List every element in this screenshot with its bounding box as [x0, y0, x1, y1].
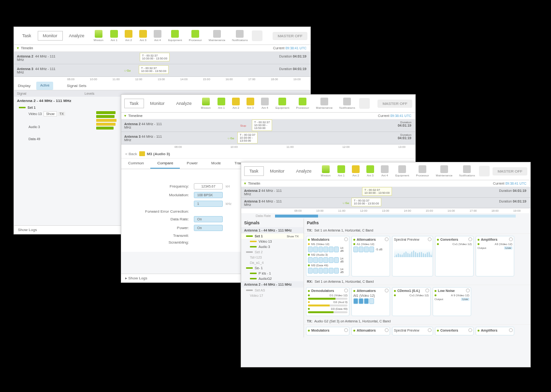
- maintenance-icon-3[interactable]: Maintenance: [433, 164, 455, 178]
- gear-icon-3[interactable]: [428, 237, 432, 241]
- spectral-panel: Spectral Preview: [392, 236, 433, 276]
- video17[interactable]: Video 17: [241, 293, 304, 298]
- notifications-icon-2[interactable]: Notifications: [336, 97, 358, 110]
- ant3-icon[interactable]: Ant 3: [136, 29, 150, 43]
- ant2-icon[interactable]: Ant 2: [122, 29, 135, 43]
- ant4-icon-2[interactable]: Ant 4: [258, 97, 272, 110]
- setas[interactable]: Set AS: [241, 288, 304, 293]
- master-off-3[interactable]: MASTER OFF: [493, 167, 527, 175]
- slot-row-3[interactable]: 14 dB: [308, 268, 348, 274]
- gear-icon-7[interactable]: [385, 289, 389, 292]
- data49-row[interactable]: Data 49: [14, 136, 96, 142]
- monitor-tab[interactable]: Monitor: [38, 31, 63, 41]
- task-tab-3[interactable]: Task: [244, 166, 264, 176]
- ant4-icon[interactable]: Ant 4: [151, 29, 164, 43]
- duration-info-2: Duration 04:01:19: [279, 67, 306, 71]
- mission-icon-2[interactable]: Mission: [198, 97, 214, 110]
- notifications-icon-3[interactable]: Notifications: [456, 164, 478, 178]
- tst123[interactable]: Tst=123: [241, 255, 304, 260]
- audio3-row[interactable]: Audio 3: [14, 124, 96, 130]
- master-off-2[interactable]: MASTER OFF: [377, 100, 412, 108]
- audiog2[interactable]: AudioG2: [241, 276, 304, 281]
- modulators-panel-2: Modulators: [306, 327, 349, 335]
- power-select[interactable]: On: [194, 225, 223, 231]
- gear-icon-9[interactable]: [466, 289, 470, 292]
- common-tab[interactable]: Common: [121, 159, 150, 169]
- attenuators-panel-2: Attenuators: [351, 327, 390, 335]
- compare-tab[interactable]: Compare: [150, 159, 180, 169]
- gear-icon-13[interactable]: [468, 328, 472, 332]
- atn-slot-row[interactable]: -5 dB: [353, 247, 388, 252]
- modulation-select-1[interactable]: 100 BPSK: [194, 192, 223, 198]
- video13-row[interactable]: Video 13 Show TX: [14, 110, 96, 117]
- ant4-icon-3[interactable]: Ant 4: [378, 164, 392, 178]
- processor-icon-3[interactable]: Processor: [413, 164, 432, 178]
- gear-icon-8[interactable]: [425, 289, 429, 292]
- gear-icon-12[interactable]: [428, 328, 432, 332]
- slot-row-1[interactable]: 14 dB: [308, 247, 348, 252]
- gear-icon-10[interactable]: [344, 328, 348, 332]
- output-select-2[interactable]: Live: [461, 298, 469, 301]
- timeline-label: Timelin: [21, 46, 33, 50]
- back-button[interactable]: < Back: [125, 152, 137, 156]
- ant3-icon-2[interactable]: Ant 3: [244, 97, 257, 110]
- task-tab-2[interactable]: Task: [124, 99, 144, 108]
- frequency-input[interactable]: 12345.67: [194, 183, 223, 189]
- monitor-tab-3[interactable]: Monitor: [265, 166, 290, 176]
- ant3-icon-3[interactable]: Ant 3: [363, 164, 377, 178]
- set2-w3[interactable]: Set 2: [241, 249, 304, 255]
- gear-icon-11[interactable]: [385, 328, 389, 332]
- maintenance-icon[interactable]: Maintenance: [206, 29, 228, 43]
- audio3-w3[interactable]: Audio 3: [241, 244, 304, 249]
- path-tx-2: TX:Audio G2 (Set 3) on Antenna 1, Horizo…: [304, 318, 530, 325]
- go-marker-2: ○ Go: [228, 137, 234, 140]
- utc-info-3: Current 09:38:41 UTC: [493, 182, 526, 185]
- output-select[interactable]: Live: [504, 247, 512, 249]
- notifications-icon[interactable]: Notifications: [229, 29, 251, 43]
- active-filter[interactable]: Active: [36, 82, 53, 90]
- equipment-icon[interactable]: Equipment: [165, 29, 185, 43]
- ant1-icon-2[interactable]: Ant 1: [215, 97, 228, 110]
- pids1[interactable]: P ids - 1: [241, 271, 304, 276]
- maintenance-icon-2[interactable]: Maintenance: [313, 97, 335, 110]
- equipment-icon-3[interactable]: Equipment: [392, 164, 412, 178]
- ant2-icon-3[interactable]: Ant 2: [349, 164, 362, 178]
- analyze-tab-2[interactable]: Analyze: [171, 99, 197, 108]
- gear-icon-6[interactable]: [344, 289, 348, 292]
- ant2-icon-2[interactable]: Ant 2: [229, 97, 243, 110]
- gear-icon-2[interactable]: [385, 237, 389, 241]
- ant1-icon[interactable]: Ant 1: [107, 29, 121, 43]
- gear-icon[interactable]: [344, 237, 348, 241]
- slot-row-2[interactable]: 14 dB: [308, 257, 348, 263]
- mode-tab[interactable]: Mode: [204, 159, 228, 169]
- datarate-select[interactable]: On: [194, 216, 223, 222]
- gear-icon-4[interactable]: [468, 237, 472, 241]
- modulation-select-2[interactable]: 1: [194, 201, 223, 207]
- analyze-tab[interactable]: Analyze: [64, 31, 90, 41]
- equipment-icon-2[interactable]: Equipment: [273, 97, 292, 110]
- collapse-icon-2[interactable]: ▾: [124, 114, 126, 118]
- tx1-panels: Modulators M1 (Video 12) 14 dB M2 (Audio…: [304, 234, 530, 278]
- collapse-icon-3[interactable]: ▾: [244, 181, 246, 186]
- gear-icon-14[interactable]: [509, 328, 513, 332]
- se1[interactable]: Se- 1: [241, 265, 304, 271]
- analyze-tab-3[interactable]: Analyze: [291, 166, 317, 176]
- show-button[interactable]: Show: [44, 111, 57, 116]
- video13-w3[interactable]: Video 13: [241, 239, 304, 244]
- set1-w3[interactable]: Set 1Show TX: [241, 233, 304, 239]
- ant1-icon-3[interactable]: Ant 1: [334, 164, 348, 178]
- duration-w3-1: Duration 04:01:19: [499, 189, 526, 192]
- go-marker: ○ Go: [124, 69, 130, 72]
- power-tab[interactable]: Power: [180, 159, 204, 169]
- daa14[interactable]: Da_a1_4: [241, 260, 304, 265]
- processor-icon[interactable]: Processor: [186, 29, 205, 43]
- collapse-icon[interactable]: ▾: [17, 46, 19, 50]
- gear-icon-5[interactable]: [509, 237, 513, 241]
- monitor-tab-2[interactable]: Monitor: [145, 99, 170, 108]
- processor-icon-2[interactable]: Processor: [293, 97, 312, 110]
- rx-slot-row[interactable]: [353, 298, 388, 304]
- task-tab[interactable]: Task: [17, 31, 37, 41]
- mission-icon-3[interactable]: Mission: [318, 164, 334, 178]
- mission-icon[interactable]: Mission: [91, 29, 106, 43]
- master-off-button[interactable]: MASTER OFF: [273, 32, 307, 40]
